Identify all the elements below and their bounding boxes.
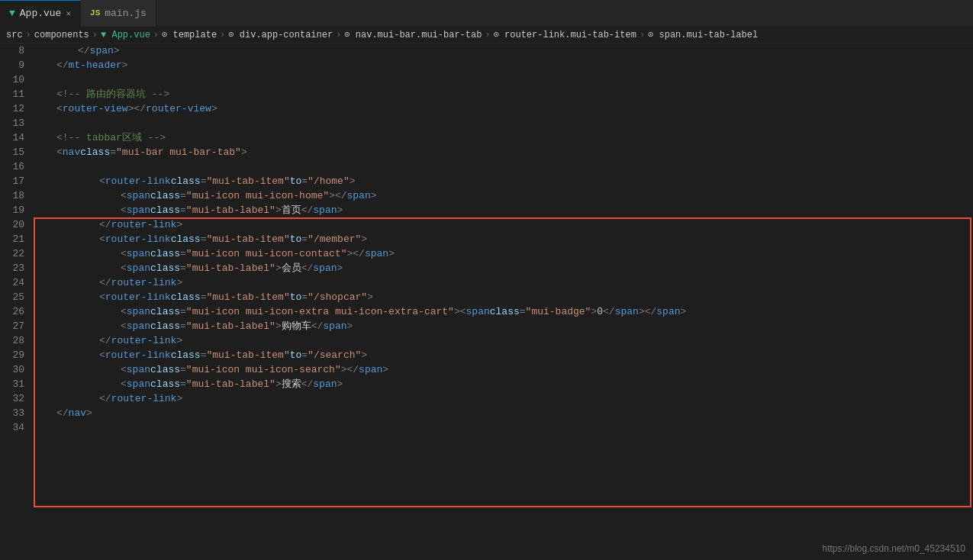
code-line-15: <nav class="mui-bar mui-bar-tab"> bbox=[35, 145, 973, 159]
code-line-24: </router-link> bbox=[35, 275, 973, 290]
editor: 8 9 10 11 12 13 14 15 16 17 18 19 20 21 … bbox=[0, 43, 973, 560]
breadcrumb-div[interactable]: ⊙ div.app-container bbox=[228, 29, 333, 40]
breadcrumb-appvue[interactable]: ▼ App.vue bbox=[101, 30, 150, 40]
vue-icon: ▼ bbox=[9, 8, 15, 19]
tab-bar: ▼ App.vue ✕ JS main.js bbox=[0, 0, 973, 27]
code-line-20: </router-link> bbox=[35, 217, 973, 232]
code-line-29: <router-link class="mui-tab-item" to="/s… bbox=[35, 348, 973, 362]
js-icon: JS bbox=[90, 8, 100, 18]
code-content[interactable]: </span> </mt-header> <!-- 路由的容器坑 --> <ro… bbox=[32, 43, 973, 560]
code-line-14: <!-- tabbar区域 --> bbox=[35, 130, 973, 145]
breadcrumb-router-link[interactable]: ⊙ router-link.mui-tab-item bbox=[494, 29, 636, 40]
code-line-8: </span> bbox=[35, 43, 973, 58]
code-line-30: <span class="mui-icon mui-icon-search"><… bbox=[35, 362, 973, 377]
code-line-28: </router-link> bbox=[35, 333, 973, 348]
line-numbers: 8 9 10 11 12 13 14 15 16 17 18 19 20 21 … bbox=[0, 43, 32, 560]
code-line-33: </nav> bbox=[35, 406, 973, 420]
tab-label-main-js: main.js bbox=[105, 8, 147, 19]
editor-wrapper: </span> </mt-header> <!-- 路由的容器坑 --> <ro… bbox=[32, 43, 973, 560]
code-line-10 bbox=[35, 72, 973, 87]
breadcrumb-template[interactable]: ⊙ template bbox=[162, 29, 217, 40]
code-line-18: <span class="mui-icon mui-icon-home"></s… bbox=[35, 188, 973, 203]
code-line-23: <span class="mui-tab-label">会员</span> bbox=[35, 261, 973, 275]
code-line-9: </mt-header> bbox=[35, 58, 973, 72]
code-line-17: <router-link class="mui-tab-item" to="/h… bbox=[35, 174, 973, 188]
breadcrumb-nav[interactable]: ⊙ nav.mui-bar.mui-bar-tab bbox=[344, 29, 482, 40]
code-line-21: <router-link class="mui-tab-item" to="/m… bbox=[35, 232, 973, 246]
tab-app-vue[interactable]: ▼ App.vue ✕ bbox=[0, 0, 81, 27]
code-line-26: <span class="mui-icon mui-icon-extra mui… bbox=[35, 304, 973, 319]
tab-label-app-vue: App.vue bbox=[20, 8, 62, 19]
code-line-25: <router-link class="mui-tab-item" to="/s… bbox=[35, 290, 973, 304]
code-line-11: <!-- 路由的容器坑 --> bbox=[35, 87, 973, 101]
breadcrumb-src[interactable]: src bbox=[6, 30, 23, 40]
code-line-34 bbox=[35, 420, 973, 435]
code-line-31: <span class="mui-tab-label">搜索</span> bbox=[35, 377, 973, 391]
watermark: https://blog.csdn.net/m0_45234510 bbox=[823, 543, 965, 554]
code-line-22: <span class="mui-icon mui-icon-contact">… bbox=[35, 246, 973, 261]
code-line-27: <span class="mui-tab-label">购物车</span> bbox=[35, 319, 973, 333]
code-line-13 bbox=[35, 116, 973, 130]
code-line-16 bbox=[35, 159, 973, 174]
close-icon-app-vue[interactable]: ✕ bbox=[66, 8, 71, 18]
code-line-19: <span class="mui-tab-label">首页</span> bbox=[35, 203, 973, 217]
code-line-32: </router-link> bbox=[35, 391, 973, 406]
breadcrumb: src › components › ▼ App.vue › ⊙ templat… bbox=[0, 27, 973, 43]
tab-main-js[interactable]: JS main.js bbox=[81, 0, 156, 27]
code-line-12: <router-view></router-view> bbox=[35, 101, 973, 116]
breadcrumb-span[interactable]: ⊙ span.mui-tab-label bbox=[648, 29, 758, 40]
breadcrumb-components[interactable]: components bbox=[34, 30, 89, 40]
